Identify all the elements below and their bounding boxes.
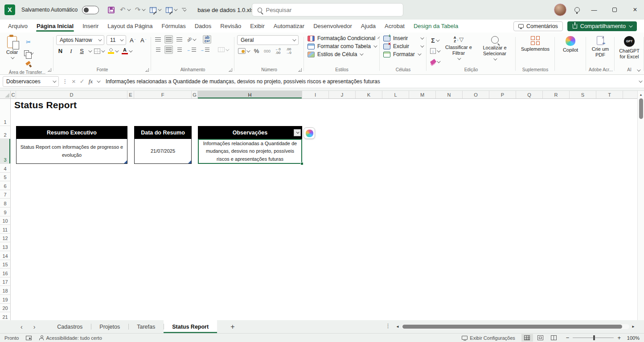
addins-button[interactable]: Suplementos [518,34,552,54]
column-header-e[interactable]: E [127,91,134,98]
sort-filter-button[interactable]: AZ↓▽ Classificar e Filtrar [442,34,475,66]
excel-logo-icon[interactable]: X [4,4,15,15]
autosum-button[interactable]: Σ [429,36,440,45]
dialog-launcher-icon[interactable] [229,68,232,72]
chevron-down-icon[interactable] [88,49,92,52]
italic-button[interactable]: I [67,47,75,55]
decrease-font-button[interactable]: Aˇ [139,36,148,45]
autosave-toggle[interactable] [82,6,99,14]
row-header-9[interactable]: 9 [0,208,11,216]
format-painter-button[interactable] [23,60,33,69]
find-select-button[interactable]: Localizar e Selecionar [477,34,513,66]
percent-button[interactable]: % [252,47,261,55]
add-sheet-button[interactable]: + [230,323,234,331]
comments-button[interactable]: Comentários [513,21,563,31]
copy-button[interactable] [23,49,33,57]
create-pdf-button[interactable]: Crie um PDF [589,34,612,60]
vertical-scroll-thumb[interactable] [639,98,643,119]
align-bottom-button[interactable] [175,35,184,44]
filter-dropdown-button[interactable] [294,129,301,136]
column-header-i[interactable]: I [302,91,329,98]
column-header-o[interactable]: O [463,91,489,98]
column-header-r[interactable]: R [543,91,570,98]
row-header-18[interactable]: 18 [0,286,11,295]
next-sheet-button[interactable]: › [28,324,41,330]
decrease-indent-button[interactable]: ← [186,45,197,54]
formula-bar-value[interactable]: Informações relacionadas a Quantidade de… [103,78,635,85]
search-input[interactable] [266,7,398,13]
row-header-15[interactable]: 15 [0,260,11,269]
bold-button[interactable]: N [56,47,65,55]
sheet-tab-status-report[interactable]: Status Report [164,320,217,333]
close-button[interactable]: × [629,6,641,14]
row-header-14[interactable]: 14 [0,251,11,260]
lightbulb-icon[interactable] [574,7,580,12]
column-header-n[interactable]: N [436,91,463,98]
scroll-left-arrow[interactable]: ◄ [396,325,399,329]
fill-handle[interactable] [300,162,304,165]
share-button[interactable]: Compartilhamento [567,21,637,31]
display-settings-button[interactable]: Exibir Configurações [462,335,515,341]
tab-acrobat[interactable]: Acrobat [380,20,409,32]
font-name-select[interactable]: Aptos Narrow [56,35,104,45]
redo-button[interactable]: ↷ [135,6,145,14]
zoom-level[interactable]: 100% [624,335,640,341]
select-all-corner[interactable] [0,91,11,99]
increase-indent-button[interactable]: → [199,45,210,54]
save-button[interactable] [108,7,115,13]
row-header-5[interactable]: 5 [0,173,11,182]
tab-design-da-tabela[interactable]: Design da Tabela [409,20,463,32]
row-header-2[interactable]: 2 [0,126,11,139]
copilot-button[interactable]: Copilot [558,34,583,55]
row-header-16[interactable]: 16 [0,269,11,277]
table-header-cell[interactable]: Resumo Executivo [16,126,127,139]
table-header-cell[interactable]: Observações [198,126,302,139]
name-box[interactable]: Dobservacoes [3,76,59,87]
table-tool-button-1[interactable] [150,7,160,13]
dialog-launcher-icon[interactable] [145,68,149,72]
sheet-title-cell[interactable]: Status Report [14,100,77,110]
name-box-resizer[interactable]: ⋮ [62,78,68,85]
align-left-button[interactable] [154,45,162,54]
selected-cell-H3[interactable]: Informações relacionadas a Quantidade de… [198,139,302,164]
tab-formulas[interactable]: Fórmulas [157,20,190,32]
row-header-11[interactable]: 11 [0,225,11,234]
tab-desenvolvedor[interactable]: Desenvolvedor [309,20,357,32]
column-header-t[interactable]: T [596,91,623,98]
row-header-8[interactable]: 8 [0,199,11,208]
tab-exibir[interactable]: Exibir [246,20,269,32]
normal-view-button[interactable] [521,334,533,342]
column-header-s[interactable]: S [570,91,596,98]
zoom-slider-thumb[interactable] [593,335,595,340]
column-header-g[interactable]: G [192,91,198,98]
dialog-launcher-icon[interactable] [298,68,302,72]
column-header-f[interactable]: F [134,91,192,98]
column-header-j[interactable]: J [329,91,356,98]
row-header-6[interactable]: 6 [0,181,11,190]
tab-inserir[interactable]: Inserir [78,20,103,32]
dialog-launcher-icon[interactable] [48,68,51,72]
column-header-k[interactable]: K [356,91,382,98]
comma-style-button[interactable]: 000 [263,47,271,55]
table-tool-button-2[interactable] [166,7,176,13]
table-body-cell[interactable]: 21/07/2025 [134,139,192,164]
cell-styles-button[interactable]: Estilos de Célula [307,50,377,58]
undo-button[interactable]: ↶ [120,6,130,14]
previous-sheet-button[interactable]: ‹ [0,324,28,330]
clear-button[interactable] [429,57,440,66]
column-header-h[interactable]: H [198,91,302,98]
page-break-view-button[interactable] [548,334,560,342]
row-header-4[interactable]: 4 [0,164,11,173]
vertical-scrollbar[interactable]: ▲ [637,91,644,320]
horizontal-scroll-track[interactable] [402,324,629,329]
column-header-m[interactable]: M [409,91,436,98]
tab-pagina-inicial[interactable]: Página Inicial [32,20,78,32]
column-header-p[interactable]: P [489,91,516,98]
row-header-13[interactable]: 13 [0,242,11,251]
chatgpt-button[interactable]: GPT ChatGPT for Excel [617,34,641,61]
fill-button[interactable]: ↓ [429,47,440,55]
fill-color-button[interactable] [107,47,119,55]
column-header-c[interactable]: C [11,91,16,98]
tab-arquivo[interactable]: Arquivo [4,20,32,32]
paste-button[interactable]: Colar [4,34,21,69]
